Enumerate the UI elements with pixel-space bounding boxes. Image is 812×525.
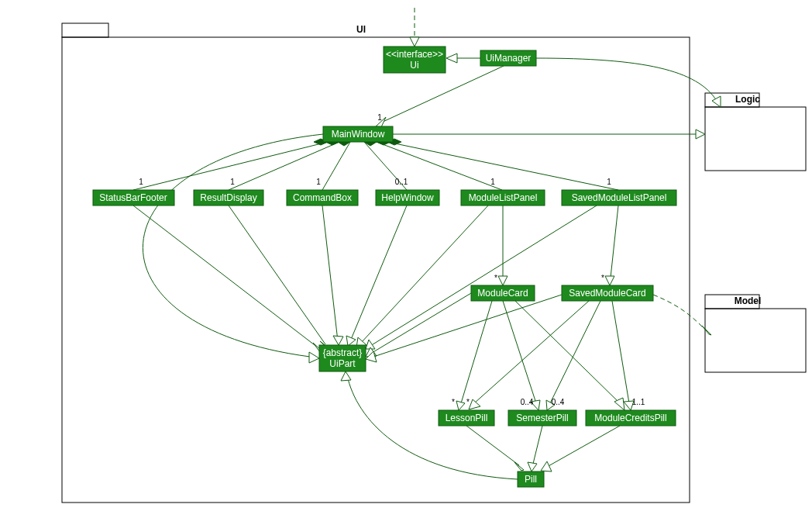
node-uimanager-label: UiManager	[486, 53, 532, 64]
mult-sempill-r: 0..4	[552, 398, 565, 406]
mult-modulelistpanel: 1	[490, 178, 495, 186]
svg-marker-25	[605, 276, 614, 285]
edge-uimanager-realize-ui	[446, 54, 480, 63]
node-ui-interface: <<interface>> Ui	[384, 47, 446, 73]
node-savedmodulelistpanel: SavedModuleListPanel	[562, 190, 676, 206]
mult-lessonpill-r: *	[466, 398, 470, 406]
mult-resultdisplay: 1	[230, 178, 235, 186]
node-modulecreditspill: ModuleCreditsPill	[586, 410, 676, 426]
edge-savedcard-gen-uipart	[366, 295, 562, 362]
node-resultdisplay-label: ResultDisplay	[200, 192, 256, 203]
node-savedmodulecard: SavedModuleCard	[562, 285, 653, 301]
edge-commandbox-gen-uipart	[322, 206, 343, 345]
node-lessonpill-label: LessonPill	[446, 413, 488, 423]
svg-marker-21	[346, 336, 356, 346]
package-model: Model	[705, 295, 806, 372]
svg-rect-1	[62, 37, 690, 503]
edge-uimanager-to-mainwindow: 1	[376, 66, 504, 127]
node-modulecreditspill-label: ModuleCreditsPill	[594, 413, 666, 423]
node-mainwindow: MainWindow	[323, 126, 393, 142]
svg-marker-6	[410, 37, 419, 47]
edge-semesterpill-gen-pill	[528, 426, 542, 471]
node-uipart-stereotype: {abstract}	[323, 347, 363, 358]
edge-statusbar-gen-uipart	[133, 206, 322, 352]
edge-resultdisplay-gen-uipart	[229, 206, 329, 350]
svg-marker-36	[528, 462, 537, 471]
svg-marker-37	[541, 461, 552, 471]
node-helpwindow-label: HelpWindow	[381, 192, 434, 203]
edge-creditspill-gen-pill	[541, 426, 620, 471]
svg-marker-28	[702, 326, 711, 335]
edge-mainwindow-to-logic	[393, 130, 705, 139]
svg-rect-5	[705, 309, 806, 372]
edge-modulecard-to-creditspill	[515, 301, 624, 410]
svg-marker-10	[696, 130, 705, 139]
node-semesterpill: SemesterPill	[508, 410, 576, 426]
node-ui-interface-stereotype: <<interface>>	[386, 49, 443, 60]
mult-credpill: 1..1	[632, 398, 645, 406]
node-modulelistpanel-label: ModuleListPanel	[469, 192, 538, 203]
edge-savedcard-dep-model	[653, 295, 711, 335]
svg-marker-32	[469, 399, 480, 409]
mult-helpwindow: 0..1	[395, 178, 408, 186]
node-semesterpill-label: SemesterPill	[516, 413, 568, 423]
edge-helpwindow-gen-uipart	[346, 206, 407, 346]
mult-mainwindow: 1	[377, 113, 382, 122]
node-statusbarfooter: StatusBarFooter	[93, 190, 174, 206]
svg-rect-0	[62, 23, 108, 37]
node-modulecard-label: ModuleCard	[477, 288, 528, 299]
edge-mw-commandbox: 1	[316, 138, 350, 190]
package-model-label: Model	[735, 295, 762, 306]
node-commandbox-label: CommandBox	[293, 192, 352, 203]
package-ui-label: UI	[356, 24, 366, 35]
svg-marker-24	[498, 276, 508, 285]
mult-savedcard: *	[601, 274, 604, 282]
mult-sempill-l: 0..4	[521, 398, 534, 406]
node-lessonpill: LessonPill	[439, 410, 494, 426]
edge-modulelistpanel-gen-uipart	[356, 206, 488, 347]
node-statusbarfooter-label: StatusBarFooter	[99, 192, 167, 203]
mult-savedlist: 1	[607, 178, 611, 186]
svg-marker-17	[309, 352, 319, 363]
svg-marker-29	[456, 401, 465, 410]
package-ui: UI	[62, 23, 690, 503]
edge-savedcard-to-semesterpill: 0..4	[546, 301, 600, 410]
node-pill-label: Pill	[525, 474, 537, 485]
edge-savedlist-to-savedcard: *	[601, 206, 618, 285]
edge-modulecard-to-lessonpill: *	[452, 301, 492, 410]
edge-modulecard-to-semesterpill: 0..4	[503, 301, 540, 410]
node-uimanager: UiManager	[480, 50, 536, 66]
edge-modulecard-gen-uipart	[366, 293, 471, 357]
node-helpwindow: HelpWindow	[376, 190, 439, 206]
svg-marker-38	[341, 371, 351, 381]
svg-marker-7	[446, 54, 457, 63]
node-savedmodulecard-label: SavedModuleCard	[569, 288, 645, 299]
mult-modulecard: *	[494, 274, 497, 282]
node-resultdisplay: ResultDisplay	[194, 190, 263, 206]
node-uipart-name: UiPart	[329, 358, 356, 369]
svg-marker-20	[333, 336, 343, 345]
edge-savedcard-to-creditspill: 1..1	[612, 301, 645, 410]
edge-mw-savedmodulelistpanel: 1	[387, 139, 618, 190]
svg-rect-3	[705, 107, 806, 171]
edge-uimanager-to-logic	[536, 58, 721, 107]
svg-marker-35	[514, 462, 524, 471]
node-ui-interface-name: Ui	[410, 60, 418, 71]
node-mainwindow-label: MainWindow	[332, 129, 385, 140]
node-modulelistpanel: ModuleListPanel	[461, 190, 545, 206]
node-pill: Pill	[518, 471, 544, 487]
mult-commandbox: 1	[316, 178, 321, 186]
node-modulecard: ModuleCard	[471, 285, 535, 301]
edge-lessonpill-gen-pill	[466, 426, 524, 471]
mult-lessonpill-l: *	[452, 398, 455, 406]
edge-mw-resultdisplay: 1	[229, 139, 339, 190]
edge-mw-gen-uipart	[143, 134, 323, 363]
mult-statusbar: 1	[139, 178, 143, 186]
edge-savedlist-gen-uipart	[366, 206, 597, 349]
package-logic-label: Logic	[735, 94, 760, 105]
node-commandbox: CommandBox	[287, 190, 358, 206]
edge-modulelistpanel-to-modulecard: *	[494, 206, 508, 285]
edge-external-to-ui	[410, 8, 419, 47]
node-savedmodulelistpanel-label: SavedModuleListPanel	[572, 192, 667, 203]
node-uipart: {abstract} UiPart	[319, 345, 366, 371]
